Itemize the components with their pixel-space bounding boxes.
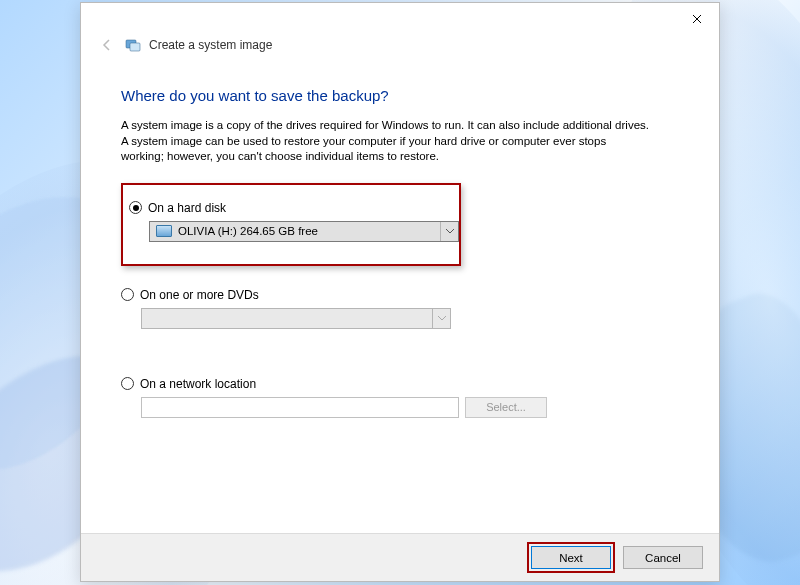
back-button[interactable] <box>97 35 117 55</box>
page-description: A system image is a copy of the drives r… <box>121 118 651 165</box>
close-button[interactable] <box>674 4 719 34</box>
chevron-down-icon <box>432 309 450 328</box>
option-hard-disk-label: On a hard disk <box>148 201 226 215</box>
select-network-button: Select... <box>465 397 547 418</box>
cancel-button[interactable]: Cancel <box>623 546 703 569</box>
svg-rect-1 <box>130 43 140 51</box>
option-dvd-section: On one or more DVDs <box>121 288 679 329</box>
option-network-label: On a network location <box>140 377 256 391</box>
option-hard-disk[interactable]: On a hard disk <box>129 201 443 215</box>
system-image-icon <box>125 37 141 53</box>
header-row: Create a system image <box>81 35 719 61</box>
close-icon <box>692 14 702 24</box>
drive-icon <box>156 225 172 237</box>
radio-network[interactable] <box>121 377 134 390</box>
radio-hard-disk[interactable] <box>129 201 142 214</box>
option-network[interactable]: On a network location <box>121 377 679 391</box>
hard-disk-dropdown[interactable]: OLIVIA (H:) 264.65 GB free <box>149 221 459 242</box>
radio-dvd[interactable] <box>121 288 134 301</box>
network-path-input <box>141 397 459 418</box>
titlebar <box>81 3 719 35</box>
highlight-next: Next <box>527 542 615 573</box>
option-dvd-label: On one or more DVDs <box>140 288 259 302</box>
next-button[interactable]: Next <box>531 546 611 569</box>
page-heading: Where do you want to save the backup? <box>121 87 679 104</box>
back-arrow-icon <box>99 37 115 53</box>
wizard-window: Create a system image Where do you want … <box>80 2 720 582</box>
highlight-hard-disk: On a hard disk OLIVIA (H:) 264.65 GB fre… <box>121 183 461 266</box>
hard-disk-selected-value: OLIVIA (H:) 264.65 GB free <box>178 225 318 237</box>
dvd-dropdown <box>141 308 451 329</box>
option-network-section: On a network location Select... <box>121 377 679 418</box>
footer: Next Cancel <box>81 533 719 581</box>
content-area: Where do you want to save the backup? A … <box>81 61 719 533</box>
chevron-down-icon <box>440 222 458 241</box>
option-dvd[interactable]: On one or more DVDs <box>121 288 679 302</box>
window-title: Create a system image <box>149 38 272 52</box>
